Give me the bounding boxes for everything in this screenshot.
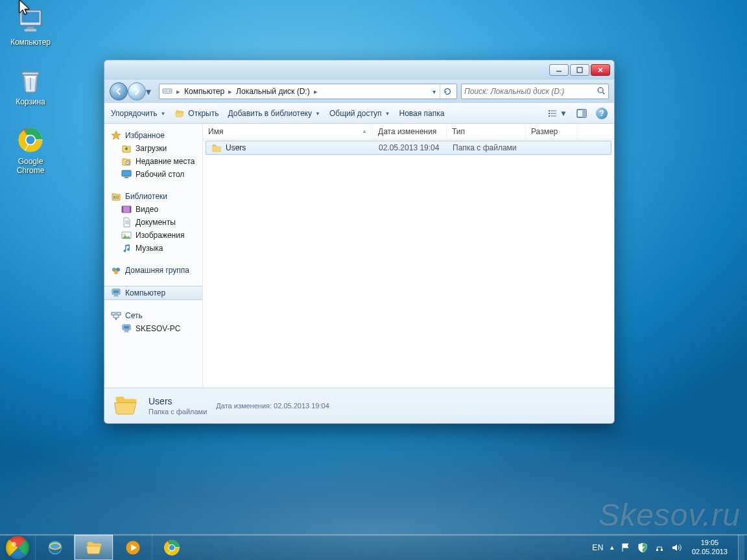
sidebar-item-videos[interactable]: Видео [104, 203, 202, 216]
history-dropdown[interactable]: ▾ [146, 84, 155, 99]
details-date-value: 02.05.2013 19:04 [274, 402, 329, 410]
desktop-chrome-label1: Google [5, 157, 56, 166]
view-options-button[interactable]: ▼ [547, 108, 567, 119]
preview-pane-button[interactable] [576, 108, 587, 119]
breadcrumb-chevron-icon: ▸ [176, 88, 180, 96]
file-date: 02.05.2013 19:04 [379, 143, 439, 152]
windows-logo-icon [6, 536, 29, 559]
folder-icon [112, 391, 139, 421]
desktop-icon-chrome[interactable]: Google Chrome [5, 124, 56, 175]
search-input[interactable] [464, 87, 597, 96]
music-icon [121, 243, 132, 253]
start-button[interactable] [0, 535, 35, 560]
details-date-label: Дата изменения: [216, 402, 272, 410]
tray-hidden-icons[interactable]: ▴ [610, 543, 614, 552]
videos-icon [121, 204, 132, 215]
language-indicator[interactable]: EN [592, 543, 604, 552]
details-type: Папка с файлами [148, 408, 207, 415]
back-button[interactable] [110, 82, 128, 100]
explorer-window: ▾ ▸ Компьютер ▸ Локальный диск (D:) ▸ ▾ … [104, 60, 615, 424]
documents-icon [121, 217, 132, 228]
breadcrumb-chevron-icon: ▸ [314, 88, 318, 96]
taskbar-pin-ie[interactable] [35, 535, 74, 560]
column-type[interactable]: Тип [447, 124, 526, 139]
sidebar-group-libraries[interactable]: Библиотеки [104, 190, 202, 203]
organize-button[interactable]: Упорядочить▼ [111, 109, 165, 118]
network-icon [111, 310, 121, 321]
sidebar-group-favorites[interactable]: Избранное [104, 129, 202, 142]
system-tray: EN ▴ 19:05 02.05.2013 [589, 535, 747, 560]
add-to-library-button[interactable]: Добавить в библиотеку▼ [228, 109, 320, 118]
sidebar-item-desktop[interactable]: Рабочий стол [104, 168, 202, 181]
help-button[interactable]: ? [596, 108, 608, 119]
drive-icon [162, 86, 172, 98]
window-titlebar[interactable] [104, 60, 614, 80]
maximize-button[interactable] [570, 64, 589, 76]
security-icon[interactable] [637, 542, 648, 553]
taskbar-pin-chrome[interactable] [152, 535, 191, 560]
sidebar-item-pictures[interactable]: Изображения [104, 229, 202, 242]
tray-clock[interactable]: 19:05 02.05.2013 [688, 539, 731, 555]
column-size[interactable]: Размер [526, 124, 578, 139]
desktop-chrome-label2: Chrome [5, 166, 56, 175]
watermark: Skesov.ru [599, 497, 741, 533]
navigation-row: ▾ ▸ Компьютер ▸ Локальный диск (D:) ▸ ▾ [104, 80, 614, 103]
forward-button[interactable] [128, 82, 146, 100]
minimize-button[interactable] [549, 64, 569, 76]
breadcrumb-drive[interactable]: Локальный диск (D:) [236, 87, 310, 96]
sidebar-group-computer[interactable]: Компьютер [104, 286, 202, 300]
refresh-button[interactable] [440, 84, 454, 99]
file-name: Users [226, 143, 246, 152]
share-button[interactable]: Общий доступ▼ [329, 109, 390, 118]
explorer-icon [85, 539, 103, 557]
sidebar-item-recent-places[interactable]: Недавние места [104, 155, 202, 168]
close-button[interactable] [591, 64, 610, 76]
open-button[interactable]: Открыть [174, 108, 219, 119]
monitor-icon [15, 5, 46, 36]
chrome-icon [15, 124, 46, 156]
desktop-recycle-label: Корзина [5, 97, 56, 106]
file-type: Папка с файлами [453, 143, 517, 152]
sidebar-item-pc[interactable]: SKESOV-PC [104, 322, 202, 335]
ie-icon [46, 539, 64, 557]
address-bar[interactable]: ▸ Компьютер ▸ Локальный диск (D:) ▸ ▾ [159, 84, 457, 99]
taskbar-item-explorer[interactable] [74, 535, 113, 560]
navigation-pane: Избранное Загрузки Недавние места Рабочи… [104, 124, 203, 388]
breadcrumb-computer[interactable]: Компьютер [184, 87, 224, 96]
sidebar-item-documents[interactable]: Документы [104, 216, 202, 229]
column-headers: Имя▲ Дата изменения Тип Размер [203, 124, 614, 139]
show-desktop-button[interactable] [738, 535, 744, 561]
search-icon [597, 86, 606, 97]
search-box[interactable] [461, 84, 609, 99]
libraries-icon [111, 191, 121, 202]
folder-open-icon [174, 108, 185, 119]
downloads-icon [121, 143, 132, 154]
homegroup-icon [111, 265, 121, 275]
desktop-icon-computer[interactable]: Компьютер [5, 5, 56, 47]
taskbar: EN ▴ 19:05 02.05.2013 [0, 534, 747, 560]
file-list: Имя▲ Дата изменения Тип Размер Users 02.… [203, 124, 614, 388]
taskbar-pin-media-player[interactable] [113, 535, 152, 560]
column-date[interactable]: Дата изменения [373, 124, 447, 139]
sidebar-group-homegroup[interactable]: Домашняя группа [104, 264, 202, 277]
tray-date: 02.05.2013 [692, 548, 728, 556]
command-bar: Упорядочить▼ Открыть Добавить в библиоте… [104, 103, 614, 124]
breadcrumb-chevron-icon: ▸ [228, 88, 232, 96]
network-tray-icon[interactable] [654, 542, 665, 553]
desktop-icon [121, 169, 132, 180]
media-player-icon [124, 539, 142, 557]
sidebar-item-downloads[interactable]: Загрузки [104, 142, 202, 155]
computer-icon [121, 323, 132, 334]
desktop-computer-label: Компьютер [5, 38, 56, 47]
sidebar-item-music[interactable]: Музыка [104, 242, 202, 255]
new-folder-button[interactable]: Новая папка [399, 109, 444, 118]
recycle-bin-icon [15, 65, 46, 96]
column-name[interactable]: Имя▲ [203, 124, 373, 139]
star-icon [111, 130, 121, 141]
action-center-icon[interactable] [621, 542, 631, 553]
desktop-icon-recycle-bin[interactable]: Корзина [5, 65, 56, 106]
address-dropdown[interactable]: ▾ [433, 88, 436, 95]
file-row-users[interactable]: Users 02.05.2013 19:04 Папка с файлами [206, 141, 611, 155]
sidebar-group-network[interactable]: Сеть [104, 309, 202, 322]
volume-icon[interactable] [671, 542, 682, 553]
